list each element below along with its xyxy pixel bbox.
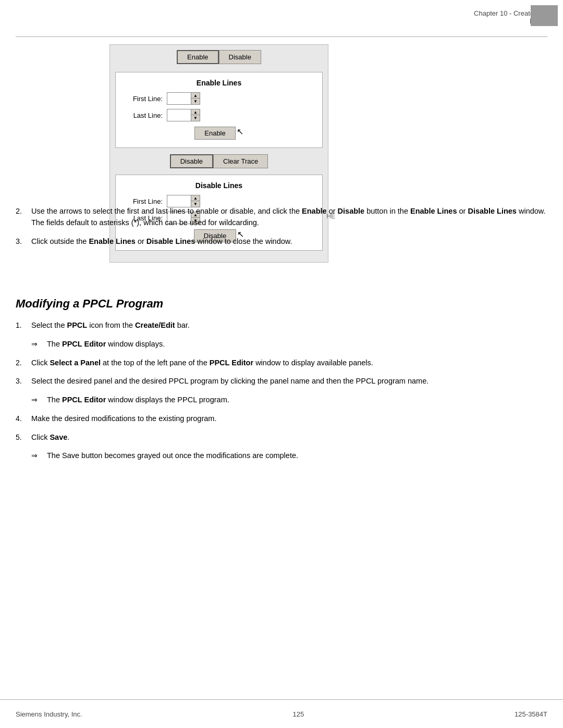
enable-lines-panel: Enable Lines First Line: 10 ▲ ▼ Last Lin… — [115, 72, 323, 148]
arrow-symbol-3: ⇒ — [31, 394, 42, 406]
section-title: Modifying a PPCL Program — [16, 297, 547, 311]
disable-first-line-up-arrow[interactable]: ▲ — [191, 195, 200, 201]
arrow-symbol-5: ⇒ — [31, 450, 42, 462]
first-line-arrows: ▲ ▼ — [191, 93, 200, 104]
disable-lines-title: Disable Lines — [124, 181, 314, 190]
enable-lines-button[interactable]: Enable — [194, 127, 235, 140]
header-box — [531, 5, 558, 26]
section-item-1-sub-text: The PPCL Editor window displays. — [47, 339, 165, 350]
instruction-2-text: Use the arrows to select the first and l… — [31, 206, 547, 229]
ppcl-editor-label-2: PPCL Editor — [210, 359, 253, 367]
instruction-2-bold-disable-lines: Disable Lines — [468, 207, 516, 215]
disable-first-line-arrows: ▲ ▼ — [191, 195, 200, 207]
footer-page-number: 125 — [293, 710, 304, 718]
last-line-input[interactable]: 50 — [167, 109, 191, 121]
enable-button-row: Enable ↖ — [124, 127, 314, 140]
section-item-4-number: 4. — [16, 413, 26, 425]
section-item-2: 2. Click Select a Panel at the top of th… — [16, 357, 547, 369]
first-line-input[interactable]: 10 — [167, 93, 191, 104]
cursor-icon-enable: ↖ — [237, 127, 243, 140]
disable-first-line-input[interactable]: 20 — [167, 195, 191, 207]
instruction-2-number: 2. — [16, 206, 26, 229]
instruction-3-number: 3. — [16, 236, 26, 248]
section-item-5-text: Click Save. — [31, 432, 69, 443]
instruction-3: 3. Click outside the Enable Lines or Dis… — [16, 236, 547, 248]
section-item-4: 4. Make the desired modifications to the… — [16, 413, 547, 425]
save-label: Save — [50, 433, 67, 441]
clear-trace-button[interactable]: Clear Trace — [213, 154, 268, 168]
section-item-5-sub: ⇒ The Save button becomes grayed out onc… — [31, 450, 547, 462]
last-line-spinner[interactable]: 50 ▲ ▼ — [167, 109, 200, 121]
section-item-3: 3. Select the desired panel and the desi… — [16, 376, 547, 387]
instruction-3-bold-disable-lines: Disable Lines — [146, 237, 195, 245]
first-line-spinner[interactable]: 10 ▲ ▼ — [167, 92, 200, 105]
section-item-2-text: Click Select a Panel at the top of the l… — [31, 357, 373, 369]
section-item-5: 5. Click Save. — [16, 432, 547, 443]
section-modifying: Modifying a PPCL Program 1. Select the P… — [16, 297, 547, 469]
section-item-5-number: 5. — [16, 432, 26, 443]
instruction-3-text: Click outside the Enable Lines or Disabl… — [31, 236, 547, 248]
ppcl-editor-label-3: PPCL Editor — [62, 396, 106, 404]
first-line-label: First Line: — [124, 95, 163, 103]
footer-doc-number: 125-3584T — [515, 710, 547, 718]
footer: Siemens Industry, Inc. 125 125-3584T — [0, 699, 563, 728]
instruction-3-bold-enable-lines: Enable Lines — [89, 237, 135, 245]
last-line-label: Last Line: — [124, 112, 163, 119]
first-line-up-arrow[interactable]: ▲ — [191, 93, 200, 98]
footer-company: Siemens Industry, Inc. — [16, 710, 82, 718]
instruction-2: 2. Use the arrows to select the first an… — [16, 206, 547, 229]
section-item-1-sub: ⇒ The PPCL Editor window displays. — [31, 339, 547, 350]
section-item-4-text: Make the desired modifications to the ex… — [31, 413, 216, 425]
section-item-3-sub: ⇒ The PPCL Editor window displays the PP… — [31, 394, 547, 406]
ppcl-icon-label: PPCL — [67, 321, 88, 329]
instruction-2-bold-disable: Disable — [338, 207, 365, 215]
disable-first-line-label: First Line: — [124, 198, 163, 205]
section-item-5-sub-text: The Save button becomes grayed out once … — [47, 450, 298, 462]
disable-button-top[interactable]: Disable — [219, 50, 261, 64]
first-line-row: First Line: 10 ▲ ▼ — [124, 92, 314, 105]
instruction-2-bold-enable: Enable — [302, 207, 327, 215]
instructions-area: 2. Use the arrows to select the first an… — [16, 206, 547, 254]
bottom-buttons-row: Disable Clear Trace — [115, 154, 323, 168]
section-item-1: 1. Select the PPCL icon from the Create/… — [16, 320, 547, 331]
top-rule — [16, 36, 547, 37]
instruction-2-bold-enable-lines: Enable Lines — [410, 207, 457, 215]
last-line-arrows: ▲ ▼ — [191, 109, 200, 121]
enable-lines-title: Enable Lines — [124, 79, 314, 87]
section-item-1-number: 1. — [16, 320, 26, 331]
disable-button-bottom[interactable]: Disable — [170, 154, 213, 168]
section-item-3-sub-text: The PPCL Editor window displays the PPCL… — [47, 394, 229, 406]
arrow-symbol-1: ⇒ — [31, 339, 42, 350]
last-line-row: Last Line: 50 ▲ ▼ — [124, 109, 314, 121]
ppcl-editor-label-1: PPCL Editor — [62, 340, 106, 348]
select-panel-label: Select a Panel — [50, 359, 101, 367]
section-item-3-text: Select the desired panel and the desired… — [31, 376, 429, 387]
enable-button-top[interactable]: Enable — [177, 50, 218, 64]
last-line-down-arrow[interactable]: ▼ — [191, 115, 200, 121]
page-container: Chapter 10 - Create/Edit PPCL Enable Dis… — [0, 0, 563, 728]
section-item-1-text: Select the PPCL icon from the Create/Edi… — [31, 320, 190, 331]
create-edit-label: Create/Edit — [135, 321, 175, 329]
last-line-up-arrow[interactable]: ▲ — [191, 109, 200, 115]
section-item-2-number: 2. — [16, 357, 26, 369]
top-buttons-row: Enable Disable — [115, 50, 323, 64]
first-line-down-arrow[interactable]: ▼ — [191, 98, 200, 104]
section-item-3-number: 3. — [16, 376, 26, 387]
section-items: 1. Select the PPCL icon from the Create/… — [16, 320, 547, 462]
main-content: Enable Disable Enable Lines First Line: … — [16, 44, 547, 697]
